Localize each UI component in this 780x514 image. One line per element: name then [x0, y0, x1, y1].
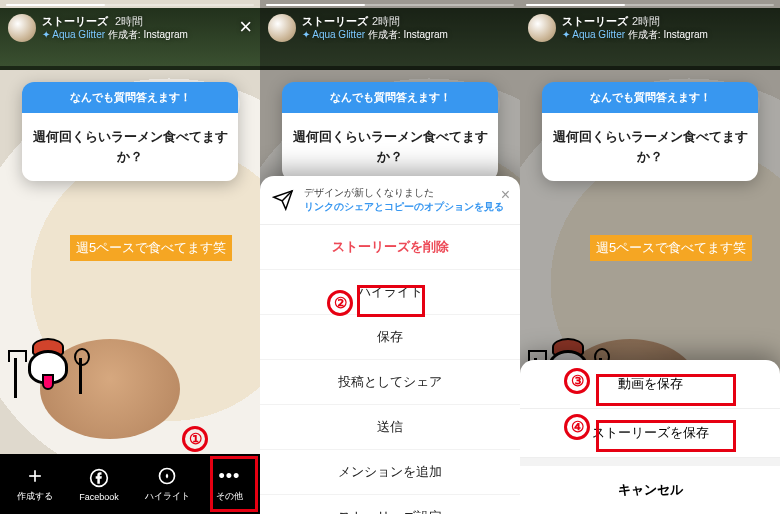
callout-4: ④ [564, 414, 590, 440]
author-label: 作成者: [628, 29, 661, 40]
question-text: 週何回くらいラーメン食べてますか？ [542, 113, 758, 181]
story-footer: 作成する Facebook ハイライト ••• その他 [0, 454, 260, 514]
highlight-label: ハイライト [145, 490, 190, 503]
plus-icon [24, 465, 46, 487]
create-button[interactable]: 作成する [17, 465, 53, 503]
phone-2: ストーリーズ2時間 ✦ Aqua Glitter 作成者: Instagram … [260, 0, 520, 514]
save-story-option[interactable]: ストーリーズを保存 [520, 409, 780, 458]
author-label: 作成者: [368, 29, 401, 40]
author-name[interactable]: Instagram [403, 29, 447, 40]
story-time: 2時間 [115, 15, 143, 27]
question-prompt: なんでも質問答えます！ [22, 82, 238, 113]
callout-2: ② [327, 290, 353, 316]
question-sticker[interactable]: なんでも質問答えます！ 週何回くらいラーメン食べてますか？ [22, 82, 238, 181]
avatar[interactable] [528, 14, 556, 42]
story-time: 2時間 [632, 15, 660, 27]
question-sticker: なんでも質問答えます！ 週何回くらいラーメン食べてますか？ [542, 82, 758, 181]
facebook-label: Facebook [79, 492, 119, 502]
question-prompt: なんでも質問答えます！ [282, 82, 498, 113]
story-header: ストーリーズ2時間 ✦ Aqua Glitter 作成者: Instagram [260, 4, 520, 48]
effect-name[interactable]: Aqua Glitter [52, 29, 105, 40]
effect-icon: ✦ [42, 29, 52, 40]
callout-1: ① [182, 426, 208, 452]
story-header: ストーリーズ2時間 ✦ Aqua Glitter 作成者: Instagram [520, 4, 780, 48]
question-text: 週何回くらいラーメン食べてますか？ [22, 113, 238, 181]
progress-bar [6, 4, 254, 6]
sheet-settings[interactable]: ストーリーズ設定 [260, 495, 520, 514]
question-prompt: なんでも質問答えます！ [542, 82, 758, 113]
send-icon [272, 189, 294, 211]
sheet-save[interactable]: 保存 [260, 315, 520, 360]
story-header: ストーリーズ 2時間 ✦ Aqua Glitter 作成者: Instagram… [0, 4, 260, 48]
action-sheet: デザインが新しくなりました リンクのシェアとコピーのオプションを見る × ストー… [260, 176, 520, 514]
sheet-share-post[interactable]: 投稿としてシェア [260, 360, 520, 405]
tutorial-triptych: ストーリーズ 2時間 ✦ Aqua Glitter 作成者: Instagram… [0, 0, 780, 514]
effect-icon: ✦ [302, 29, 312, 40]
save-video-option[interactable]: 動画を保存 [520, 360, 780, 409]
avatar[interactable] [8, 14, 36, 42]
sheet-send[interactable]: 送信 [260, 405, 520, 450]
facebook-button[interactable]: Facebook [79, 467, 119, 502]
more-button[interactable]: ••• その他 [216, 465, 243, 503]
highlight-button[interactable]: ハイライト [145, 465, 190, 503]
sheet-tip: デザインが新しくなりました リンクのシェアとコピーのオプションを見る × [260, 176, 520, 225]
effect-name[interactable]: Aqua Glitter [572, 29, 625, 40]
author-name[interactable]: Instagram [143, 29, 187, 40]
highlight-icon [156, 465, 178, 487]
question-text: 週何回くらいラーメン食べてますか？ [282, 113, 498, 181]
save-cancel[interactable]: キャンセル [520, 458, 780, 514]
sheet-highlight[interactable]: ハイライト [260, 270, 520, 315]
effect-name[interactable]: Aqua Glitter [312, 29, 365, 40]
author-label: 作成者: [108, 29, 141, 40]
story-title: ストーリーズ [562, 15, 628, 27]
avatar[interactable] [268, 14, 296, 42]
tip-close-icon[interactable]: × [501, 186, 510, 204]
story-time: 2時間 [372, 15, 400, 27]
sheet-delete[interactable]: ストーリーズを削除 [260, 225, 520, 270]
tip-title: デザインが新しくなりました [304, 186, 504, 200]
effect-icon: ✦ [562, 29, 572, 40]
phone-3: ストーリーズ2時間 ✦ Aqua Glitter 作成者: Instagram … [520, 0, 780, 514]
answer-text: 週5ペースで食べてます笑 [590, 235, 752, 261]
close-icon[interactable]: × [239, 14, 252, 40]
more-icon: ••• [218, 465, 240, 487]
phone-1: ストーリーズ 2時間 ✦ Aqua Glitter 作成者: Instagram… [0, 0, 260, 514]
author-name[interactable]: Instagram [663, 29, 707, 40]
dog-sticker [14, 336, 84, 406]
save-action-sheet: 動画を保存 ストーリーズを保存 キャンセル [520, 360, 780, 514]
question-sticker: なんでも質問答えます！ 週何回くらいラーメン食べてますか？ [282, 82, 498, 181]
create-label: 作成する [17, 490, 53, 503]
tip-link[interactable]: リンクのシェアとコピーのオプションを見る [304, 200, 504, 214]
story-title: ストーリーズ [42, 15, 108, 27]
answer-text: 週5ペースで食べてます笑 [70, 235, 232, 261]
story-title: ストーリーズ [302, 15, 368, 27]
callout-3: ③ [564, 368, 590, 394]
facebook-icon [88, 467, 110, 489]
more-label: その他 [216, 490, 243, 503]
sheet-mention[interactable]: メンションを追加 [260, 450, 520, 495]
